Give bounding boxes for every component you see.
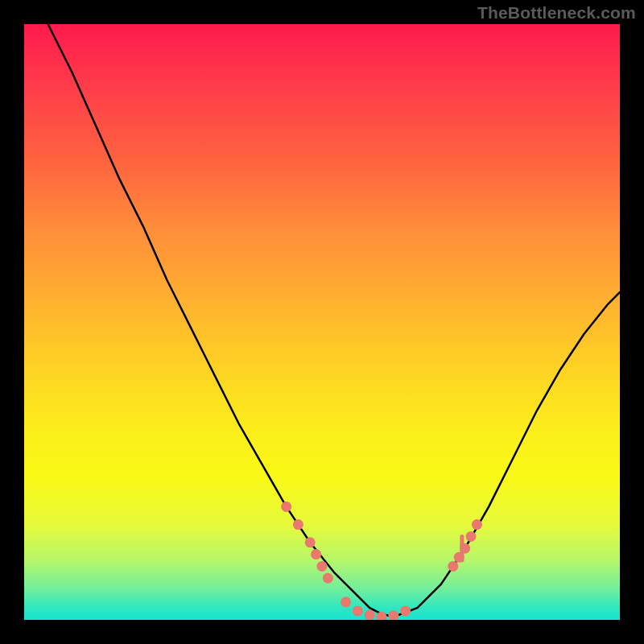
- data-marker: [388, 610, 398, 620]
- chart-frame: TheBottleneck.com: [0, 0, 644, 644]
- data-marker: [400, 605, 411, 616]
- watermark-text: TheBottleneck.com: [477, 3, 636, 23]
- data-marker: [323, 573, 333, 584]
- data-marker: [353, 605, 363, 616]
- plot-area: [24, 24, 620, 620]
- data-marker: [472, 519, 482, 530]
- marker-group: [281, 502, 482, 620]
- data-marker: [305, 537, 316, 547]
- data-marker: [293, 519, 303, 530]
- curve-group: [48, 24, 620, 617]
- data-marker: [311, 549, 321, 559]
- bottleneck-curve-path: [48, 24, 620, 617]
- data-marker: [466, 531, 477, 542]
- data-marker: [365, 610, 375, 620]
- data-marker: [341, 597, 351, 607]
- data-marker: [460, 543, 470, 554]
- data-marker: [454, 552, 464, 563]
- data-marker: [281, 502, 291, 512]
- data-marker: [448, 561, 458, 572]
- chart-svg: [24, 24, 620, 620]
- data-marker: [317, 561, 328, 572]
